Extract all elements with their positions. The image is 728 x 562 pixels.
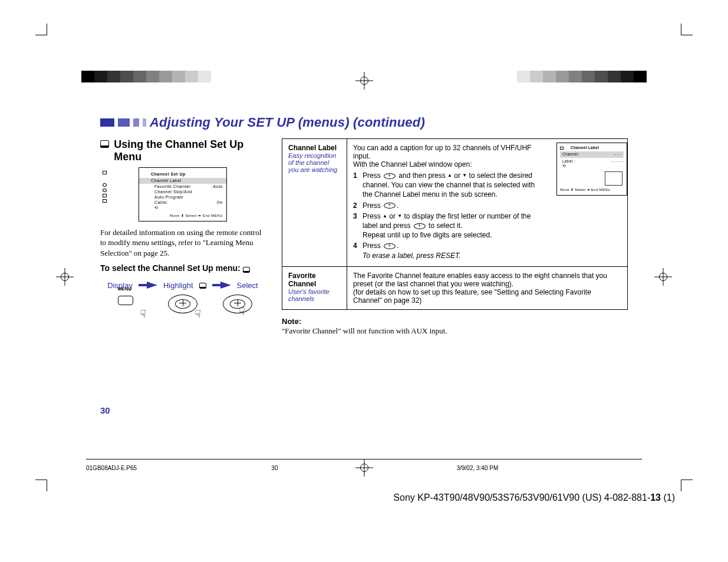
flow-step: Highlight: [163, 281, 193, 290]
registration-mark-icon: [355, 72, 373, 90]
calibration-bar: [81, 71, 224, 82]
osd-row: Cable:On: [143, 200, 223, 205]
remote-dpad-icon: ☟: [222, 293, 253, 317]
osd-icon: [103, 183, 107, 187]
osd-icon: [560, 147, 564, 150]
section-heading-text: Using the Channel Set Up Menu: [114, 138, 265, 163]
graybar-cell: [504, 71, 517, 82]
graybar-cell: [94, 71, 107, 82]
graybar-cell: [634, 71, 647, 82]
footer-file: 01GB08ADJ-E.P65: [86, 465, 271, 471]
table-row: Favorite Channel User's favorite channel…: [282, 266, 628, 309]
osd-highlight-row: Channel Label: [139, 178, 226, 183]
osd-row: Auto Program: [143, 194, 223, 200]
graybar-cell: [582, 71, 595, 82]
arrow-icon: [139, 284, 147, 286]
hand-icon: ☟: [195, 308, 201, 320]
tv-icon: [100, 140, 109, 148]
remote-select-icon: [384, 173, 396, 179]
osd-row: Channel Skip/Add: [143, 189, 223, 194]
graybar-cell: [569, 71, 582, 82]
title-stripe-icon: [143, 118, 146, 127]
graybar-cell: [185, 71, 198, 82]
right-column: Channel Label Easy recognition of the ch…: [282, 138, 628, 415]
arrow-icon: [147, 282, 157, 289]
remote-select-icon: [384, 203, 396, 209]
left-column: Using the Channel Set Up Menu Channel Se…: [100, 138, 265, 415]
graybar-cell: [81, 71, 94, 82]
remote-select-icon: [414, 223, 426, 229]
crop-mark: [35, 24, 47, 35]
graybar-cell: [107, 71, 120, 82]
page-content: Adjusting Your SET UP (menus) (continued…: [100, 115, 628, 456]
registration-mark-icon: [654, 268, 672, 286]
mini-osd: Channel Label Channel:- - - Label :- - -…: [556, 143, 627, 196]
osd-row: Favorite Channel:Auto: [143, 184, 223, 189]
osd-icon: [103, 171, 107, 174]
title-stripe-icon: [118, 118, 130, 127]
osd-icon: [103, 199, 107, 203]
osd-row: ⟲: [143, 205, 223, 210]
document-id: Sony KP-43T90/48V90/53S76/53V90/61V90 (U…: [0, 492, 728, 503]
hand-icon: ☟: [140, 308, 146, 320]
graybar-cell: [133, 71, 146, 82]
osd-icon: [103, 194, 107, 197]
graybar-cell: [530, 71, 543, 82]
graybar-cell: [198, 71, 211, 82]
select-heading: To select the Channel Set Up menu:: [100, 263, 265, 273]
crop-mark: [681, 24, 693, 35]
osd-screenshot: Channel Set Up Channel Label Favorite Ch…: [100, 167, 265, 221]
section-heading: Using the Channel Set Up Menu: [100, 138, 265, 163]
graybar-cell: [159, 71, 172, 82]
remote-diagram-row: MENU ☟ ☟ ☟: [100, 293, 265, 317]
intro-text: For detailed information on using the re…: [100, 227, 265, 259]
crop-mark: [681, 480, 693, 491]
down-arrow-icon: [397, 212, 402, 220]
graybar-cell: [556, 71, 569, 82]
graybar-cell: [595, 71, 608, 82]
graybar-cell: [172, 71, 185, 82]
table-row: Channel Label Easy recognition of the ch…: [282, 139, 628, 267]
page-title-row: Adjusting Your SET UP (menus) (continued…: [100, 115, 628, 130]
desc-text: The Favorite Channel feature enables eas…: [353, 272, 621, 288]
graybar-cell: [146, 71, 159, 82]
osd-title: Channel Set Up: [143, 171, 223, 177]
footer: 01GB08ADJ-E.P65 30 3/9/02, 3:40 PM: [86, 465, 642, 471]
footer-page: 30: [271, 465, 456, 471]
page-number: 30: [100, 405, 265, 415]
graybar-cell: [120, 71, 133, 82]
hint: Easy recognition of the channel you are …: [288, 152, 341, 173]
crop-mark: [35, 480, 47, 491]
hint: User's favorite channels: [288, 288, 341, 302]
tv-icon: [199, 283, 206, 289]
tv-icon: [243, 267, 250, 273]
footer-rule: [86, 459, 642, 459]
registration-mark-icon: [56, 268, 74, 286]
graybar-cell: [543, 71, 556, 82]
graybar-cell: [517, 71, 530, 82]
arrow-icon: [212, 284, 220, 286]
remote-dpad-icon: ☟: [167, 293, 199, 317]
osd-icon: [103, 189, 107, 192]
title-stripe-icon: [100, 118, 114, 127]
footer-stamp: 3/9/02, 3:40 PM: [457, 465, 642, 471]
graybar-cell: [211, 71, 224, 82]
feature-table: Channel Label Easy recognition of the ch…: [282, 138, 628, 310]
note-heading: Note:: [282, 317, 628, 326]
remote-select-icon: [384, 243, 396, 249]
remote-menu-button-icon: MENU ☟: [112, 293, 144, 317]
arrow-icon: [220, 282, 231, 289]
page-title: Adjusting Your SET UP (menus) (continued…: [150, 115, 425, 130]
flow-step: Select: [237, 281, 258, 290]
up-arrow-icon: [383, 212, 387, 220]
desc-text: (for details on how to set up this featu…: [353, 288, 621, 305]
graybar-cell: [621, 71, 634, 82]
calibration-bar: [504, 71, 647, 82]
up-arrow-icon: [447, 171, 452, 180]
sub-screen-icon: [605, 171, 622, 186]
term: Favorite Channel: [288, 272, 341, 288]
osd-footer: Move ⬍ Select ⬌ End MENU: [143, 214, 223, 219]
steps-list: 1Press and then press or to select the d…: [353, 171, 545, 260]
graybar-cell: [608, 71, 621, 82]
desc-text: You can add a caption for up to 32 chann…: [353, 144, 545, 160]
